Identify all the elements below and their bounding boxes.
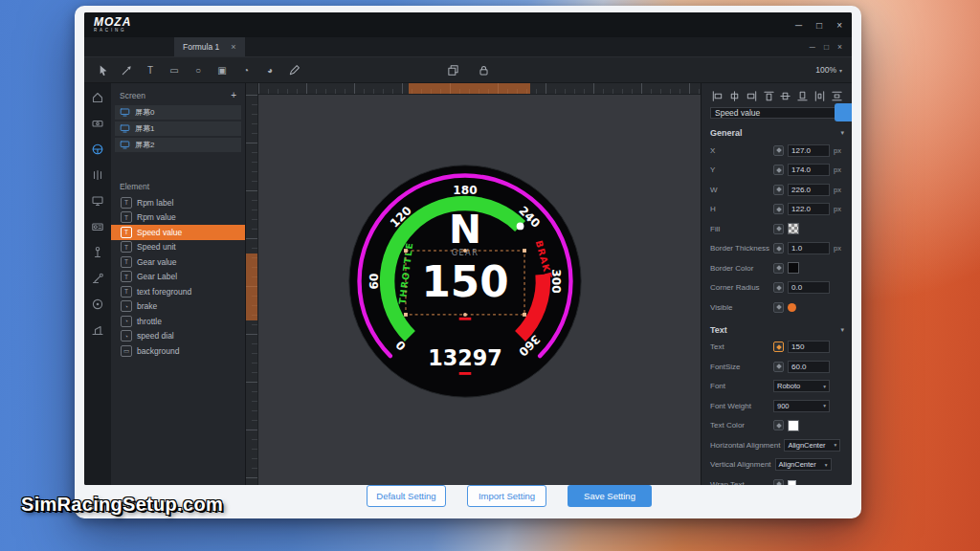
save-setting-button[interactable]: Save Setting	[568, 485, 652, 507]
property-link-icon[interactable]	[773, 185, 784, 195]
property-link-icon[interactable]	[773, 302, 784, 313]
cursor-tool-icon[interactable]	[94, 62, 111, 77]
ellipse-tool-icon[interactable]: ○	[189, 62, 207, 77]
pen-tool-icon[interactable]	[285, 62, 302, 77]
property-link-icon[interactable]	[773, 342, 784, 352]
add-screen-button[interactable]: +	[231, 90, 236, 100]
default-setting-button[interactable]: Default Setting	[367, 485, 446, 507]
design-canvas[interactable]: 0 60 120 180 240 300 360 THROTTLE BRAKE …	[258, 95, 701, 485]
rig-icon[interactable]	[91, 322, 105, 337]
handbrake-icon[interactable]	[91, 271, 105, 285]
align-vcenter-icon[interactable]	[779, 89, 793, 102]
selection-handle[interactable]	[523, 249, 526, 253]
visible-toggle[interactable]	[788, 303, 796, 312]
fontsize-input[interactable]: 60.0	[788, 361, 830, 373]
import-setting-button[interactable]: Import Setting	[467, 485, 546, 507]
text-input[interactable]: 150	[788, 341, 830, 353]
property-link-icon[interactable]	[773, 282, 784, 293]
font-dropdown[interactable]: Roboto ▾	[773, 380, 830, 392]
property-link-icon[interactable]	[773, 145, 784, 156]
home-icon[interactable]	[91, 90, 105, 104]
element-item-rpm-value[interactable]: TRpm value	[111, 210, 245, 226]
element-item-brake[interactable]: ◔brake	[111, 299, 245, 315]
align-right-icon[interactable]	[745, 89, 759, 102]
property-link-icon[interactable]	[773, 263, 784, 274]
hub-icon[interactable]	[91, 297, 105, 311]
selection-handle[interactable]	[404, 313, 408, 317]
element-item-gear-value[interactable]: TGear value	[111, 254, 245, 270]
property-link-icon[interactable]	[773, 420, 784, 430]
element-item-speed-unit[interactable]: TSpeed unit	[111, 240, 245, 255]
property-link-icon[interactable]	[773, 479, 784, 485]
element-name-input[interactable]	[710, 107, 844, 119]
rectangle-tool-icon[interactable]: ▭	[166, 62, 183, 77]
image-tool-icon[interactable]: ▣	[213, 62, 231, 77]
corner-radius-input[interactable]: 0.0	[788, 281, 830, 294]
v-align-dropdown[interactable]: AlignCenter ▾	[775, 458, 832, 471]
tab-formula-1[interactable]: Formula 1 ×	[174, 37, 245, 56]
element-item-speed-value[interactable]: TSpeed value	[111, 225, 245, 240]
border-thickness-input[interactable]: 1.0	[788, 242, 830, 254]
zoom-control[interactable]: 100% ▾	[815, 65, 842, 75]
h-input[interactable]: 122.0	[788, 203, 830, 215]
gear-value[interactable]: N	[449, 207, 481, 253]
lock-icon[interactable]	[475, 62, 492, 77]
screen-item-2[interactable]: 屏幕2	[115, 138, 241, 152]
collapsed-side-button[interactable]	[835, 103, 852, 121]
tab-close-icon[interactable]: ×	[231, 42, 235, 52]
property-link-icon[interactable]	[773, 362, 784, 372]
y-input[interactable]: 174.0	[788, 164, 830, 176]
distribute-h-icon[interactable]	[813, 89, 827, 102]
text-color-swatch[interactable]	[788, 420, 799, 431]
distribute-v-icon[interactable]	[830, 89, 844, 102]
line-tool-icon[interactable]	[118, 62, 135, 77]
steering-wheel-icon[interactable]	[91, 142, 105, 156]
dashboard-icon[interactable]	[91, 219, 105, 233]
align-top-icon[interactable]	[762, 89, 776, 102]
speed-value[interactable]: 150	[421, 258, 508, 306]
screen-item-1[interactable]: 屏幕1	[115, 121, 241, 136]
property-link-icon[interactable]	[773, 243, 784, 253]
property-link-icon[interactable]	[773, 224, 784, 234]
wheelbase-icon[interactable]	[91, 116, 105, 130]
pedals-icon[interactable]	[91, 167, 105, 182]
selection-handle[interactable]	[463, 249, 467, 253]
close-button[interactable]: ×	[836, 20, 842, 31]
doc-restore-button[interactable]: □	[824, 42, 829, 52]
selection-handle[interactable]	[463, 313, 467, 317]
h-align-dropdown[interactable]: AlignCenter ▾	[784, 439, 840, 452]
doc-minimize-button[interactable]: ─	[810, 42, 815, 52]
wrap-text-checkbox[interactable]	[788, 480, 796, 485]
w-input[interactable]: 226.0	[788, 184, 830, 196]
element-item-rpm-label[interactable]: TRpm label	[111, 195, 245, 210]
text-section-header[interactable]: Text ▾	[710, 325, 844, 335]
element-item-gear-label[interactable]: TGear Label	[111, 270, 245, 285]
selection-handle[interactable]	[404, 249, 408, 253]
text-tool-icon[interactable]: T	[142, 62, 159, 77]
element-item-throttle[interactable]: ◔throttle	[111, 314, 245, 329]
property-link-icon[interactable]	[773, 204, 784, 214]
layers-icon[interactable]	[444, 62, 461, 77]
border-color-swatch[interactable]	[788, 262, 799, 274]
shifter-icon[interactable]	[91, 245, 105, 259]
align-bottom-icon[interactable]	[795, 89, 810, 102]
element-item-text-foreground[interactable]: Ttext foreground	[111, 284, 245, 299]
doc-close-button[interactable]: ×	[837, 42, 842, 52]
monitor-icon[interactable]	[91, 193, 105, 208]
align-hcenter-icon[interactable]	[727, 89, 742, 102]
screen-item-0[interactable]: 屏幕0	[115, 105, 241, 120]
font-weight-dropdown[interactable]: 900 ▾	[773, 400, 830, 412]
element-item-speed-dial[interactable]: ◔speed dial	[111, 329, 245, 344]
minimize-button[interactable]: ─	[795, 20, 802, 31]
element-item-background[interactable]: ▭background	[111, 343, 245, 359]
rpm-value[interactable]: 13297	[428, 345, 502, 370]
fill-color-swatch[interactable]	[788, 223, 799, 234]
general-section-header[interactable]: General ▾	[710, 128, 844, 138]
x-input[interactable]: 127.0	[788, 144, 830, 157]
gauge-tool-icon[interactable]: ◔	[237, 62, 255, 77]
selection-handle[interactable]	[523, 313, 526, 317]
dial-tool-icon[interactable]: ◕	[261, 62, 278, 77]
property-link-icon[interactable]	[773, 165, 784, 175]
align-left-icon[interactable]	[710, 89, 724, 102]
maximize-button[interactable]: □	[816, 20, 822, 31]
